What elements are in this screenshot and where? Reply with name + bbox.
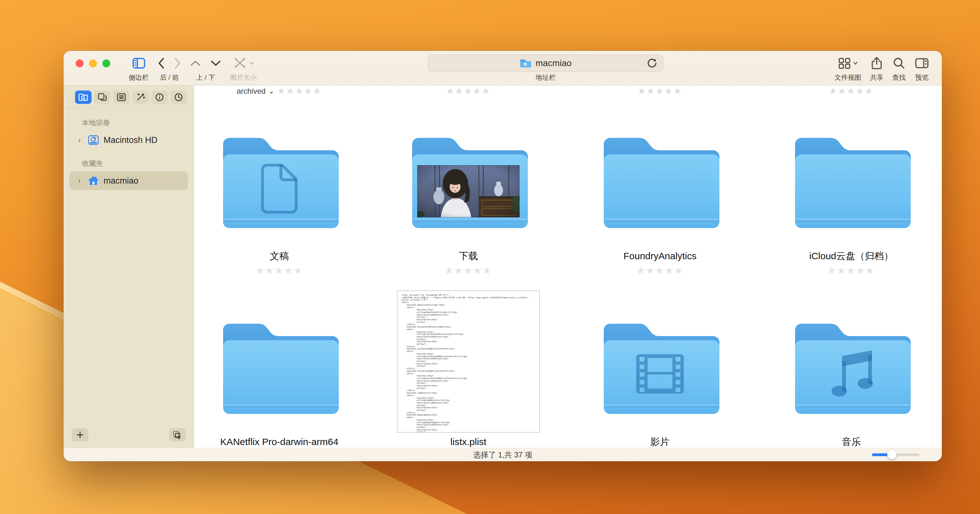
back-forward-label: 后 / 前 xyxy=(160,73,179,82)
home-icon xyxy=(88,176,99,186)
rating-stars[interactable]: ★★★★★ xyxy=(277,87,322,95)
plist-text: <?xml version="1.0" encoding="UTF-8"?> <… xyxy=(398,291,539,433)
sidebar: 本地宗卷 › Macintosh HD 收藏夹 › macmiao xyxy=(64,86,194,449)
selection-mode-button[interactable] xyxy=(169,428,186,442)
up-icon[interactable] xyxy=(190,60,201,67)
share-icon xyxy=(871,57,883,70)
info-icon xyxy=(155,93,164,102)
file-item-label: iCloud云盘（归档） xyxy=(809,251,893,261)
disclosure-chevron-icon[interactable]: › xyxy=(78,136,83,145)
desktop-wallpaper: 侧边栏 后 / 前 上 / 下 xyxy=(0,0,980,514)
slider-knob[interactable] xyxy=(887,450,897,459)
add-favorite-button[interactable] xyxy=(72,428,88,442)
chevron-down-icon[interactable]: ⌄ xyxy=(269,88,274,95)
partial-item[interactable]: ★★★★★ xyxy=(565,86,755,96)
rating-stars[interactable]: ★★★★★ xyxy=(636,266,684,275)
folder-search-icon xyxy=(78,93,88,101)
folder-icon xyxy=(786,128,916,236)
close-button[interactable] xyxy=(76,59,84,67)
file-item-music[interactable]: 音乐 ★★★★★ xyxy=(756,283,942,449)
file-item-foundryanalytics[interactable]: FoundryAnalytics ★★★★★ xyxy=(565,116,755,275)
hard-drive-icon xyxy=(88,135,99,145)
rating-stars[interactable]: ★★★★★ xyxy=(256,266,303,275)
icon-size-slider[interactable] xyxy=(872,454,920,456)
file-item-documents[interactable]: 文稿 ★★★★★ xyxy=(194,116,375,275)
file-item-label: 文稿 xyxy=(270,251,289,261)
file-item-label: FoundryAnalytics xyxy=(624,251,697,261)
resize-arrows-icon xyxy=(233,57,248,70)
home-folder-icon xyxy=(520,59,531,68)
folder-icon xyxy=(595,128,725,236)
share-button[interactable]: 共享 xyxy=(865,51,888,85)
section-favorites: 收藏夹 xyxy=(64,149,194,172)
sidebar-mode-buttons xyxy=(64,86,194,104)
rating-stars[interactable]: ★★★★★ xyxy=(829,87,874,95)
file-item-icloud-archive[interactable]: iCloud云盘（归档） ★★★★★ xyxy=(756,116,942,275)
rating-stars[interactable]: ★★★★★ xyxy=(445,266,492,275)
search-icon xyxy=(892,57,905,70)
back-icon[interactable] xyxy=(158,57,165,69)
address-bar-group: macmiao 地址栏 xyxy=(428,51,663,85)
partial-item-archived[interactable]: archived ⌄ ★★★★★ xyxy=(194,86,375,96)
file-grid: archived ⌄ ★★★★★ ★★★★★ ★★★★★ ★★★★★ xyxy=(194,86,942,449)
folder-music-icon xyxy=(786,313,916,422)
partial-item[interactable]: ★★★★★ xyxy=(756,86,942,96)
partial-item[interactable]: ★★★★★ xyxy=(373,86,564,96)
rating-stars[interactable]: ★★★★★ xyxy=(446,87,491,95)
selection-status-text: 选择了 1,共 37 项 xyxy=(64,448,942,461)
folder-icon xyxy=(214,313,344,422)
dual-pane-button[interactable] xyxy=(94,91,111,104)
search-label: 查找 xyxy=(892,73,906,82)
disclosure-chevron-icon[interactable]: › xyxy=(78,176,83,185)
sidebar-bottom-bar xyxy=(64,428,194,442)
file-item-listx-plist[interactable]: <?xml version="1.0" encoding="UTF-8"?> <… xyxy=(373,283,564,449)
file-item-movies[interactable]: 影片 ★★★★★ xyxy=(565,283,755,449)
rating-stars[interactable]: ★★★★★ xyxy=(638,87,682,95)
list-view-button[interactable] xyxy=(113,91,130,104)
sidebar-item-label: macmiao xyxy=(103,176,138,186)
browse-mode-button[interactable] xyxy=(75,91,92,104)
share-label: 共享 xyxy=(870,73,883,82)
traffic-lights xyxy=(76,59,110,67)
sidebar-item-macmiao[interactable]: › macmiao xyxy=(69,172,188,190)
photo-thumbnail xyxy=(415,165,525,217)
sidebar-toggle-icon xyxy=(132,57,146,70)
preview-button[interactable]: 预览 xyxy=(910,51,934,85)
image-size-button: 图片大小 xyxy=(226,51,261,85)
toggle-sidebar-button[interactable]: 侧边栏 xyxy=(124,51,153,85)
file-item-label: 下载 xyxy=(459,251,478,261)
rating-stars[interactable]: ★★★★★ xyxy=(827,266,875,275)
file-view-button[interactable]: 文件视图 xyxy=(830,51,865,85)
preview-pane-icon xyxy=(915,57,929,69)
forward-icon xyxy=(174,57,181,69)
toolbar: 侧边栏 后 / 前 上 / 下 xyxy=(64,51,942,86)
plist-document-preview: <?xml version="1.0" encoding="UTF-8"?> <… xyxy=(397,290,540,433)
back-forward-group[interactable]: 后 / 前 xyxy=(153,51,186,85)
toggle-sidebar-label: 侧边栏 xyxy=(129,73,149,82)
down-icon[interactable] xyxy=(210,60,221,67)
list-icon xyxy=(117,93,126,102)
zoom-button[interactable] xyxy=(102,59,110,67)
smart-tools-button[interactable] xyxy=(132,91,149,104)
info-button[interactable] xyxy=(151,91,168,104)
address-bar-input[interactable]: macmiao xyxy=(428,55,663,72)
archived-dropdown-label[interactable]: archived xyxy=(237,87,266,95)
plus-icon xyxy=(76,431,84,439)
select-rectangle-icon xyxy=(173,430,182,439)
recents-button[interactable] xyxy=(170,91,187,104)
sidebar-item-macintosh-hd[interactable]: › Macintosh HD xyxy=(69,131,188,149)
minimize-button[interactable] xyxy=(89,59,97,67)
preview-label: 预览 xyxy=(915,73,929,82)
up-down-group[interactable]: 上 / 下 xyxy=(186,51,226,85)
folder-film-icon xyxy=(595,313,725,422)
section-local-volumes: 本地宗卷 xyxy=(64,109,194,131)
refresh-icon[interactable] xyxy=(646,57,658,69)
file-item-kanetflix[interactable]: KANetflix Pro-darwin-arm64 ★★★★★ xyxy=(194,283,375,449)
image-size-label: 图片大小 xyxy=(230,73,257,82)
search-button[interactable]: 查找 xyxy=(888,51,910,85)
toolbar-right-cluster: 文件视图 共享 查找 预览 xyxy=(830,51,934,85)
sidebar-item-label: Macintosh HD xyxy=(103,135,158,145)
file-item-downloads[interactable]: 下载 ★★★★★ xyxy=(373,116,564,275)
grid-view-icon xyxy=(838,57,851,69)
overlapping-windows-icon xyxy=(97,93,107,102)
